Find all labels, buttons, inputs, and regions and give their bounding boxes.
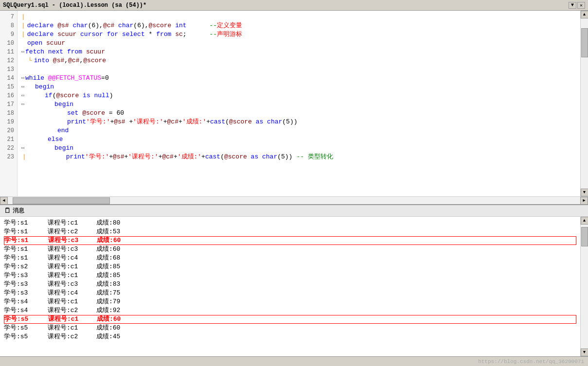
msg-cell-score-9: 成绩:79 (96, 297, 135, 306)
msg-cell-score-3: 成绩:60 (96, 245, 135, 254)
msg-cell-score-2: 成绩:60 (97, 236, 136, 245)
message-row-9: 学号:s4课程号:c1成绩:79 (4, 297, 576, 306)
line-num-7: 7 (0, 13, 17, 21)
code-line-21: else (18, 135, 580, 144)
line-num-11: 11 (0, 48, 17, 56)
msg-cell-score-6: 成绩:85 (96, 271, 135, 280)
code-line-9: | declare scuur cursor for select * from… (18, 30, 580, 39)
line-numbers: 7 8 9 10 11 12 13 14 15 16 17 18 19 20 2… (0, 11, 18, 196)
code-line-13 (18, 65, 580, 74)
code-line-19: print'学号:'+@s# +'课程号:'+@c#+'成绩:'+cast(@s… (18, 118, 580, 126)
line-num-21: 21 (0, 135, 17, 144)
line-num-20: 20 (0, 126, 17, 135)
msg-cell-student-8: 学号:s3 (4, 289, 48, 297)
fold-icon-14[interactable]: ▭ (21, 74, 24, 83)
msg-cell-student-2: 学号:s1 (4, 236, 48, 245)
code-line-20: end (18, 126, 580, 135)
msg-cell-course-6: 课程号:c1 (48, 271, 96, 280)
msg-cell-course-12: 课程号:c1 (48, 324, 96, 332)
msg-cell-course-3: 课程号:c3 (48, 245, 96, 254)
code-line-10: open scuur (18, 39, 580, 48)
msg-cell-score-1: 成绩:53 (96, 227, 135, 236)
msg-cell-student-10: 学号:s4 (4, 306, 48, 315)
code-line-11: ▭ fetch next from scuur (18, 48, 580, 56)
line-num-10: 10 (0, 39, 17, 48)
message-scrollbar-v[interactable]: ▲ ▼ (580, 217, 588, 356)
msg-cell-student-3: 学号:s1 (4, 245, 48, 254)
msg-cell-course-9: 课程号:c1 (48, 297, 96, 306)
msg-cell-score-8: 成绩:75 (96, 289, 135, 297)
msg-cell-course-11: 课程号:c1 (48, 315, 97, 324)
msg-cell-student-5: 学号:s2 (4, 262, 48, 271)
code-editor: 7 8 9 10 11 12 13 14 15 16 17 18 19 20 2… (0, 11, 588, 205)
fold-icon-15[interactable]: ▭ (21, 83, 24, 91)
msg-cell-course-7: 课程号:c3 (48, 280, 96, 289)
msg-cell-student-11: 学号:s5 (4, 315, 48, 324)
close-button[interactable]: ✕ (577, 2, 585, 9)
main-container: 7 8 9 10 11 12 13 14 15 16 17 18 19 20 2… (0, 11, 588, 366)
message-panel: 🗒 消息 学号:s1课程号:c1成绩:80学号:s1课程号:c2成绩:53学号:… (0, 205, 588, 356)
message-row-1: 学号:s1课程号:c2成绩:53 (4, 227, 576, 236)
message-row-2: 学号:s1课程号:c3成绩:60 (4, 236, 576, 245)
message-content[interactable]: 学号:s1课程号:c1成绩:80学号:s1课程号:c2成绩:53学号:s1课程号… (0, 217, 580, 356)
scroll-thumb-v[interactable] (581, 28, 588, 57)
fold-icon-11[interactable]: ▭ (21, 48, 24, 56)
scroll-thumb-h[interactable] (13, 197, 110, 204)
watermark: https://blog.csdn.net/qq_36290071 (478, 359, 584, 365)
code-line-15: ▭ begin (18, 83, 580, 91)
line-num-14: 14 (0, 74, 17, 83)
code-line-18: set @score = 60 (18, 109, 580, 118)
msg-scroll-thumb[interactable] (581, 227, 588, 246)
line-num-22: 22 (0, 144, 17, 153)
message-panel-header: 🗒 消息 (0, 205, 588, 217)
scroll-right-arrow[interactable]: ► (580, 197, 588, 205)
msg-cell-course-0: 课程号:c1 (48, 219, 96, 227)
message-row-3: 学号:s1课程号:c3成绩:60 (4, 245, 576, 254)
minimize-button[interactable]: ▼ (569, 2, 576, 9)
message-row-4: 学号:s1课程号:c4成绩:68 (4, 254, 576, 262)
msg-cell-score-12: 成绩:60 (96, 324, 135, 332)
msg-cell-score-11: 成绩:60 (97, 315, 136, 324)
fold-icon-17[interactable]: ▭ (21, 100, 24, 109)
msg-cell-course-2: 课程号:c3 (48, 236, 97, 245)
horizontal-scrollbar[interactable]: ◄ ► (0, 196, 588, 204)
msg-cell-course-8: 课程号:c4 (48, 289, 96, 297)
line-num-8: 8 (0, 21, 17, 30)
scroll-down-arrow[interactable]: ▼ (581, 189, 588, 196)
code-line-16: ▭ if(@score is null) (18, 91, 580, 100)
message-row-11: 学号:s5课程号:c1成绩:60 (4, 315, 576, 324)
msg-cell-score-4: 成绩:68 (96, 254, 135, 262)
line-num-13: 13 (0, 65, 17, 74)
msg-cell-student-7: 学号:s3 (4, 280, 48, 289)
code-line-22: ▭ begin (18, 144, 580, 153)
message-row-0: 学号:s1课程号:c1成绩:80 (4, 219, 576, 227)
msg-cell-student-0: 学号:s1 (4, 219, 48, 227)
msg-cell-student-13: 学号:s5 (4, 332, 48, 341)
message-row-7: 学号:s3课程号:c3成绩:83 (4, 280, 576, 289)
code-lines-container[interactable]: | | declare @s# char(6),@c# char(6),@sco… (18, 11, 580, 196)
scroll-left-arrow[interactable]: ◄ (0, 197, 8, 205)
line-num-9: 9 (0, 30, 17, 39)
msg-cell-score-0: 成绩:80 (96, 219, 135, 227)
line-num-19: 19 (0, 118, 17, 126)
code-line-12: └ into @s#,@c#,@score (18, 56, 580, 65)
msg-cell-student-12: 学号:s5 (4, 324, 48, 332)
fold-icon-16[interactable]: ▭ (21, 91, 24, 100)
msg-cell-score-13: 成绩:45 (96, 332, 135, 341)
title-bar: SQLQuery1.sql - (local).Lesson (sa (54))… (0, 0, 588, 11)
msg-scroll-down[interactable]: ▼ (581, 349, 588, 356)
message-row-10: 学号:s4课程号:c2成绩:92 (4, 306, 576, 315)
scroll-up-arrow[interactable]: ▲ (581, 11, 588, 18)
msg-scroll-up[interactable]: ▲ (581, 217, 588, 225)
fold-icon-22[interactable]: ▭ (21, 144, 24, 153)
code-line-7: | (18, 13, 580, 21)
msg-cell-course-1: 课程号:c2 (48, 227, 96, 236)
msg-cell-course-4: 课程号:c4 (48, 254, 96, 262)
line-num-16: 16 (0, 91, 17, 100)
message-row-8: 学号:s3课程号:c4成绩:75 (4, 289, 576, 297)
code-content: 7 8 9 10 11 12 13 14 15 16 17 18 19 20 2… (0, 11, 588, 196)
vertical-scrollbar[interactable]: ▲ ▼ (580, 11, 588, 196)
line-num-17: 17 (0, 100, 17, 109)
msg-cell-course-5: 课程号:c1 (48, 262, 96, 271)
status-bar: https://blog.csdn.net/qq_36290071 (0, 356, 588, 366)
